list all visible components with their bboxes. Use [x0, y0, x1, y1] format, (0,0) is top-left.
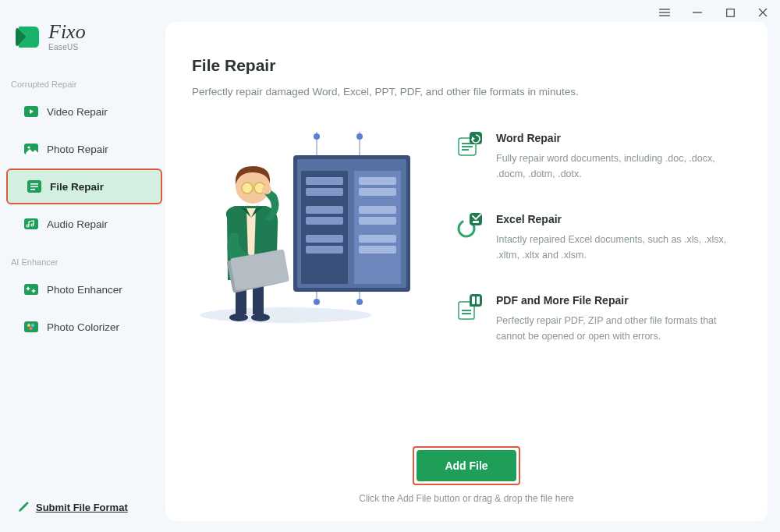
feature-title: Excel Repair — [496, 213, 741, 225]
sidebar-item-label: Photo Enhancer — [47, 284, 122, 296]
svg-rect-66 — [470, 294, 482, 307]
menu-icon[interactable] — [658, 6, 671, 19]
sidebar-item-photo-repair[interactable]: Photo Repair — [5, 131, 161, 167]
svg-rect-12 — [30, 183, 38, 185]
brand-name: Fixo — [48, 22, 86, 42]
page-subtitle: Perfectly repair damaged Word, Excel, PP… — [192, 86, 741, 98]
svg-rect-35 — [306, 235, 343, 243]
svg-rect-41 — [359, 235, 396, 243]
svg-point-22 — [314, 133, 320, 140]
enhancer-icon — [23, 282, 39, 297]
svg-rect-42 — [359, 246, 396, 254]
svg-rect-31 — [306, 177, 343, 185]
sidebar-item-video-repair[interactable]: Video Repair — [5, 94, 161, 129]
svg-rect-16 — [24, 284, 38, 295]
svg-point-46 — [229, 314, 248, 321]
app-logo: Fixo EaseUS — [0, 22, 165, 51]
svg-rect-30 — [354, 171, 401, 284]
svg-rect-32 — [306, 188, 343, 196]
pencil-icon — [17, 501, 30, 513]
video-icon — [23, 104, 39, 119]
minimize-icon[interactable] — [691, 6, 704, 19]
feature-list: Word Repair Fully repair word documents,… — [457, 132, 741, 344]
svg-rect-40 — [359, 217, 396, 225]
add-file-button[interactable]: Add File — [417, 450, 516, 481]
excel-icon — [457, 213, 484, 239]
sidebar-item-label: File Repair — [50, 181, 104, 193]
svg-rect-36 — [306, 246, 343, 254]
feature-excel-repair: Excel Repair Intactly repaired Excel doc… — [457, 213, 741, 263]
svg-rect-38 — [359, 188, 396, 196]
svg-rect-4 — [726, 9, 734, 16]
svg-rect-14 — [30, 189, 35, 190]
svg-point-20 — [30, 327, 33, 330]
svg-rect-29 — [301, 171, 348, 284]
feature-desc: Perfectly repair PDF, ZIP and other file… — [496, 313, 741, 344]
svg-rect-57 — [462, 149, 469, 151]
audio-icon — [23, 216, 39, 232]
close-icon[interactable] — [757, 6, 769, 19]
svg-point-43 — [200, 307, 371, 323]
svg-rect-33 — [306, 206, 343, 214]
add-file-label: Add File — [445, 459, 488, 472]
svg-rect-65 — [462, 313, 471, 314]
sidebar-item-label: Photo Repair — [47, 144, 108, 155]
svg-point-53 — [262, 185, 271, 194]
svg-point-26 — [356, 299, 363, 305]
section-label-ai: AI Enhancer — [0, 257, 165, 267]
svg-rect-62 — [473, 221, 479, 223]
svg-point-18 — [27, 324, 30, 327]
feature-pdf-repair: PDF and More File Repair Perfectly repai… — [457, 294, 741, 344]
file-icon — [27, 179, 42, 194]
window-controls — [658, 6, 769, 19]
cta-area: Add File Click the Add File button or dr… — [165, 446, 768, 504]
svg-point-23 — [314, 299, 320, 305]
illustration — [192, 132, 426, 327]
svg-rect-13 — [30, 186, 38, 188]
feature-desc: Fully repair word documents, including .… — [496, 151, 741, 182]
svg-point-47 — [251, 314, 270, 321]
svg-rect-67 — [472, 296, 475, 304]
svg-rect-64 — [462, 310, 471, 311]
svg-rect-34 — [306, 217, 343, 225]
feature-title: Word Repair — [496, 132, 741, 144]
svg-rect-68 — [477, 296, 480, 304]
svg-point-51 — [242, 183, 253, 193]
sidebar: Fixo EaseUS Corrupted Repair Video Repai… — [0, 0, 165, 532]
sidebar-item-file-repair[interactable]: File Repair — [6, 168, 162, 204]
sidebar-item-label: Photo Colorizer — [47, 321, 119, 333]
page-title: File Repair — [192, 56, 741, 75]
svg-rect-17 — [24, 321, 38, 332]
cta-hint: Click the Add File button or drag & drop… — [359, 493, 574, 504]
pdf-icon — [457, 294, 484, 321]
svg-point-25 — [356, 133, 363, 140]
add-file-highlight: Add File — [413, 446, 520, 485]
feature-word-repair: Word Repair Fully repair word documents,… — [457, 132, 741, 182]
sidebar-item-photo-colorizer[interactable]: Photo Colorizer — [5, 309, 161, 345]
maximize-icon[interactable] — [724, 6, 736, 19]
logo-icon — [16, 24, 41, 49]
svg-rect-37 — [359, 177, 396, 185]
svg-rect-56 — [462, 146, 473, 147]
sidebar-item-audio-repair[interactable]: Audio Repair — [5, 206, 161, 242]
sidebar-item-label: Audio Repair — [47, 218, 108, 230]
word-icon — [457, 132, 484, 158]
svg-point-19 — [31, 324, 34, 327]
brand-sub: EaseUS — [48, 44, 86, 51]
photo-icon — [23, 141, 39, 157]
feature-desc: Intactly repaired Excel documents, such … — [496, 232, 741, 263]
svg-point-10 — [27, 146, 30, 148]
main-panel: File Repair Perfectly repair damaged Wor… — [165, 22, 768, 521]
svg-rect-39 — [359, 206, 396, 214]
submit-link-label: Submit File Format — [36, 502, 128, 513]
sidebar-item-label: Video Repair — [47, 106, 108, 118]
feature-title: PDF and More File Repair — [496, 294, 741, 307]
colorizer-icon — [23, 319, 39, 335]
section-label-corrupted: Corrupted Repair — [0, 80, 165, 89]
sidebar-item-photo-enhancer[interactable]: Photo Enhancer — [5, 271, 161, 307]
submit-file-format-link[interactable]: Submit File Format — [17, 501, 128, 513]
